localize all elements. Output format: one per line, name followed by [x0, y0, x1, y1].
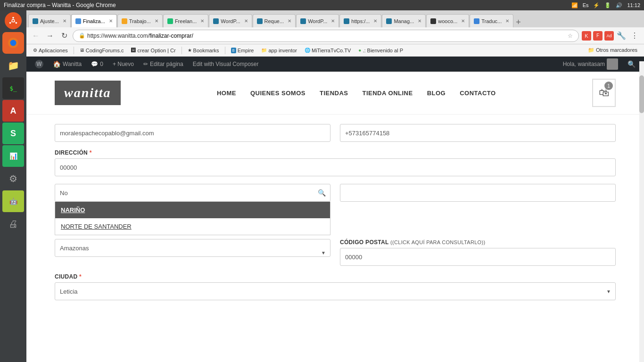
- bookmark-crear-option[interactable]: 🆆 crear Option | Cr: [128, 47, 178, 54]
- department-search-input[interactable]: [55, 184, 330, 202]
- tab-close-wooco[interactable]: ✕: [461, 18, 465, 24]
- address-input[interactable]: [55, 158, 616, 176]
- wp-search-icon[interactable]: 🔍: [623, 60, 640, 68]
- tab-close-finalizar[interactable]: ✕: [109, 18, 113, 24]
- forward-button[interactable]: →: [44, 30, 56, 41]
- tab-close-trabajo[interactable]: ✕: [155, 18, 158, 24]
- cart-button[interactable]: 1 🛍: [592, 79, 616, 107]
- site-logo-text: wanitta: [64, 85, 111, 100]
- tab-close-freelan[interactable]: ✕: [200, 18, 204, 24]
- nav-contacto[interactable]: CONTACTO: [460, 90, 495, 97]
- wp-site-name[interactable]: 🏠 Wanitta: [48, 57, 86, 72]
- department-search-icon[interactable]: 🔍: [318, 189, 326, 197]
- nav-tienda-online[interactable]: TIENDA ONLINE: [363, 90, 413, 97]
- dropdown-item-narino[interactable]: NARIÑO: [55, 202, 330, 218]
- bookmark-empire[interactable]: 8 Empire: [228, 47, 257, 54]
- nav-home[interactable]: HOME: [217, 90, 236, 97]
- tab-favicon-manag: [386, 18, 392, 24]
- wp-nuevo[interactable]: + Nuevo: [108, 57, 139, 72]
- municipio-field: Amazonas: [55, 239, 330, 266]
- ubuntu-icon[interactable]: [5, 12, 22, 29]
- tab-label-reque: Reque...: [264, 18, 284, 24]
- sidebar-appA-icon[interactable]: A: [2, 100, 24, 122]
- tab-close-https[interactable]: ✕: [373, 18, 377, 24]
- tab-label-traduc: Traduc...: [481, 18, 502, 24]
- tab-close-manag[interactable]: ✕: [418, 18, 421, 24]
- foxit-icon[interactable]: F: [593, 31, 603, 41]
- bookmark-icon-bienvenido: ●: [358, 48, 361, 53]
- bookmark-star-icon[interactable]: ☆: [568, 33, 573, 39]
- bookmarks-more-button[interactable]: 📁 Otros marcadores: [585, 46, 640, 54]
- tab-https[interactable]: https:/... ✕: [339, 14, 381, 27]
- tab-reque[interactable]: Reque... ✕: [253, 14, 296, 27]
- tab-wordp2[interactable]: WordP... ✕: [296, 14, 339, 27]
- sidebar-files-icon[interactable]: 📁: [2, 55, 24, 76]
- wp-logo-button[interactable]: W: [30, 57, 48, 72]
- address-bar[interactable]: 🔒 https://www.wanitta.com/finalizar-comp…: [73, 30, 579, 42]
- extension-icon[interactable]: 🔧: [616, 30, 627, 41]
- reload-button[interactable]: ↻: [58, 30, 70, 41]
- tab-finalizar[interactable]: Finaliza... ✕: [71, 14, 117, 27]
- tab-trabajo[interactable]: Trabajo... ✕: [117, 14, 163, 27]
- bookmarks-more-label: Otros marcadores: [596, 47, 637, 53]
- tab-wordp1[interactable]: WordP... ✕: [209, 14, 252, 27]
- wp-visual-composer[interactable]: Edit with Visual Composer: [188, 57, 264, 72]
- sidebar-printer-icon[interactable]: 🖨: [2, 213, 24, 235]
- bookmark-label-crear-option: crear Option | Cr: [137, 48, 175, 53]
- dropdown-item-norte-santander[interactable]: NORTE DE SANTANDER: [55, 218, 330, 235]
- scrollbar[interactable]: [639, 61, 644, 362]
- bookmark-bienvenido[interactable]: ● .: Bienvenido al P: [355, 47, 406, 54]
- tab-close-wordp2[interactable]: ✕: [331, 18, 335, 24]
- bookmark-mi-tierra[interactable]: 🌐 MiTierraTvCo.TV: [302, 47, 354, 54]
- kaspersky-icon[interactable]: K: [582, 31, 591, 41]
- wp-user-avatar: [607, 58, 618, 70]
- extra-input[interactable]: [340, 184, 616, 202]
- wp-user-greeting[interactable]: Hola, wanitasam: [558, 57, 623, 72]
- scrollbar-thumb[interactable]: [639, 75, 644, 113]
- tab-close-traduc[interactable]: ✕: [505, 18, 509, 24]
- ciudad-select[interactable]: Leticia: [55, 282, 616, 300]
- bookmark-codingforums[interactable]: 🖥 CodingForums.c: [77, 47, 127, 54]
- sidebar-spreadsheet-icon[interactable]: 📊: [2, 145, 24, 167]
- email-input[interactable]: [55, 124, 330, 142]
- nav-blog[interactable]: BLOG: [427, 90, 446, 97]
- tab-favicon-wordp2: [300, 18, 306, 24]
- address-row: DIRECCIÓN *: [55, 149, 616, 176]
- new-tab-button[interactable]: +: [516, 17, 521, 27]
- sidebar-android-icon[interactable]: 🤖: [2, 190, 24, 212]
- tab-label-wooco: wooco...: [438, 18, 457, 24]
- bookmark-app-inventor[interactable]: 📁 app inventor: [258, 47, 300, 54]
- wp-comments[interactable]: 💬 0: [86, 57, 108, 72]
- postal-link[interactable]: ((CLICK AQUÍ PARA CONSULTARLO)): [390, 239, 485, 245]
- wp-home-icon: 🏠: [53, 60, 61, 68]
- os-bluetooth-icon: ⚡: [593, 2, 600, 8]
- tab-freelan[interactable]: Freelan... ✕: [163, 14, 208, 27]
- tab-traduc[interactable]: Traduc... ✕: [470, 14, 513, 27]
- postal-input[interactable]: [340, 248, 616, 266]
- svg-point-3: [16, 22, 17, 24]
- sidebar-firefox-icon[interactable]: [2, 32, 24, 54]
- wp-nuevo-label: + Nuevo: [113, 61, 134, 67]
- sidebar-appS-icon[interactable]: S: [2, 123, 24, 144]
- left-sidebar: 📁 $_ A S 📊 ⚙ 🤖 🖨: [0, 10, 26, 362]
- municipio-select[interactable]: Amazonas: [55, 239, 330, 257]
- wp-editar-pagina[interactable]: ✏ Editar página: [139, 57, 188, 72]
- tab-label-https: https:/...: [351, 18, 370, 24]
- tab-wooco[interactable]: wooco... ✕: [426, 14, 469, 27]
- tab-ajustes[interactable]: Ajuste... ✕: [28, 14, 71, 27]
- tab-close-wordp1[interactable]: ✕: [244, 18, 248, 24]
- bookmark-bookmarks[interactable]: ★ Bookmarks: [185, 47, 222, 54]
- browser-tabs: Ajuste... ✕ Finaliza... ✕ Trabajo... ✕ F…: [26, 10, 644, 27]
- phone-input[interactable]: [340, 124, 616, 142]
- bookmark-aplicaciones[interactable]: ⚙ Aplicaciones: [30, 47, 71, 54]
- sidebar-settings-icon[interactable]: ⚙: [2, 168, 24, 189]
- tab-close-ajustes[interactable]: ✕: [63, 18, 66, 24]
- sidebar-terminal-icon[interactable]: $_: [2, 77, 24, 99]
- nav-tiendas[interactable]: TIENDAS: [320, 90, 348, 97]
- acrobat-icon[interactable]: Ad: [604, 31, 614, 41]
- tab-manag[interactable]: Manag... ✕: [382, 14, 426, 27]
- nav-quienes-somos[interactable]: QUIENES SOMOS: [250, 90, 305, 97]
- chrome-menu-icon[interactable]: ⋮: [629, 30, 640, 41]
- tab-close-reque[interactable]: ✕: [288, 18, 291, 24]
- back-button[interactable]: ←: [30, 30, 41, 41]
